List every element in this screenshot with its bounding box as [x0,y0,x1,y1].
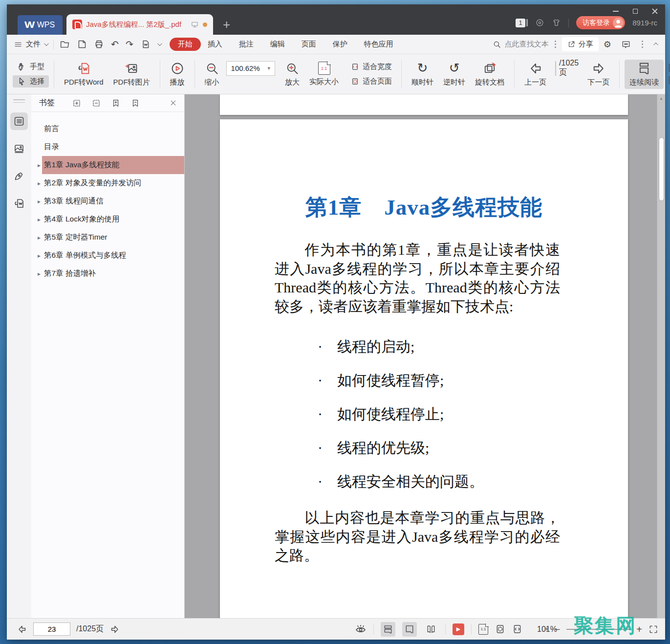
pdf-page[interactable]: 第1章 Java多线程技能 作为本书的第1章，重点是让读者快速进入Java多线程… [220,119,628,618]
pdf-to-image-button[interactable]: PDF转图片 [108,60,155,89]
expand-all-button[interactable] [72,99,81,108]
expand-arrow-icon[interactable]: ▸ [38,216,41,223]
zoom-slider[interactable] [566,629,630,630]
search-more-icon[interactable] [555,41,556,48]
scroll-up-arrow-icon[interactable]: ▲ [657,96,665,101]
bookmark-item-chapter6[interactable]: ▸第6章 单例模式与多线程 [31,246,184,265]
rotate-document-button[interactable]: 旋转文档 [470,60,509,89]
export-word-icon[interactable] [140,39,151,49]
close-window-button[interactable] [651,8,658,15]
bookmark-item-chapter3[interactable]: ▸第3章 线程间通信 [31,192,184,210]
bookmark-item-chapter4[interactable]: ▸第4章 Lock对象的使用 [31,210,184,228]
pdf-to-word-button[interactable]: PDF转Word [59,60,108,89]
settings-gear-icon[interactable]: ⚙ [604,40,611,49]
tab-special-apps[interactable]: 特色应用 [364,40,393,49]
actual-size-button[interactable]: 1:1 实际大小 [304,60,344,89]
next-page-arrow-icon[interactable] [109,624,120,635]
quick-actions-chevron-icon[interactable] [157,41,162,46]
maximize-button[interactable] [632,8,639,15]
wps-home-button[interactable]: W WPS [18,15,63,35]
open-file-icon[interactable] [60,39,70,49]
bookmark-item-toc[interactable]: 目录 [31,138,184,156]
redo-icon[interactable]: ↷ [126,40,133,49]
expand-arrow-icon[interactable]: ▸ [38,180,41,187]
minimize-button[interactable] [612,8,619,15]
vertical-scrollbar[interactable]: ▲ [657,94,665,618]
tab-comment[interactable]: 批注 [239,40,254,49]
save-icon[interactable] [77,39,87,49]
statusbar-actual-size-button[interactable]: 1:1 [478,624,488,635]
tab-insert[interactable]: 插入 [208,40,222,49]
guest-login-button[interactable]: 访客登录 [576,16,625,29]
bookmark-item-chapter5[interactable]: ▸第5章 定时器Timer [31,228,184,246]
rail-thumbnails-button[interactable] [10,140,28,157]
open-docs-badge[interactable]: 1 [516,19,528,27]
add-bookmark-button[interactable] [111,99,120,108]
view-two-page-button[interactable] [424,622,438,637]
continuous-reading-button[interactable]: 连续阅读 [625,60,664,89]
tab-edit[interactable]: 编辑 [270,40,285,49]
zoom-in-button[interactable]: 放大 [280,60,304,89]
tab-page[interactable]: 页面 [302,40,316,49]
next-page-button[interactable]: 下一页 [583,60,614,89]
zoom-menu-caret-icon[interactable]: ▾ [545,626,548,632]
menubar-more-icon[interactable] [642,41,643,48]
view-single-page-button[interactable] [402,622,417,637]
bookmark-item-chapter1[interactable]: ▸第1章 Java多线程技能 [31,156,184,174]
zoom-value-dropdown[interactable]: ▾ [226,61,276,76]
zoom-out-button[interactable]: 缩小 [200,60,224,89]
skin-center-icon[interactable] [535,18,544,27]
tab-start[interactable]: 开始 [170,38,201,51]
zoom-increase-button[interactable]: + [636,624,642,634]
feedback-comment-icon[interactable] [621,40,631,49]
view-continuous-button[interactable] [381,622,395,637]
undo-icon[interactable]: ↶ [111,40,119,49]
scrollbar-thumb[interactable] [659,137,664,201]
statusbar-fit-width-icon[interactable] [512,624,522,634]
bookmark-item-chapter2[interactable]: ▸第2章 对象及变量的并发访问 [31,174,184,192]
bookmark-item-preface[interactable]: 前言 [31,120,184,138]
fit-page-button[interactable]: 适合页面 [346,75,396,88]
collapse-toolbar-icon[interactable] [653,43,658,47]
slideshow-play-button[interactable]: ▶ [453,623,464,635]
play-slideshow-button[interactable]: 播放 [165,60,190,89]
theme-shirt-icon[interactable] [552,18,561,27]
expand-arrow-icon[interactable]: ▸ [38,270,41,277]
file-menu-button[interactable]: 文件 [14,40,47,49]
new-tab-button[interactable]: + [223,18,230,31]
statusbar-fit-page-icon[interactable] [495,624,505,634]
rotate-counterclockwise-button[interactable]: ↺ 逆时针 [438,60,470,89]
close-bookmark-panel-button[interactable] [170,100,176,106]
toolbar-overflow[interactable]: › [668,63,670,85]
rail-convert-button[interactable] [10,195,28,212]
statusbar-page-field[interactable] [34,623,70,635]
rotate-clockwise-button[interactable]: ↻ 顺时针 [407,60,438,89]
expand-arrow-icon[interactable]: ▸ [38,162,41,169]
share-button[interactable]: 分享 [562,37,599,51]
zoom-slider-handle[interactable] [597,626,604,632]
zoom-decrease-button[interactable]: − [555,624,561,634]
expand-arrow-icon[interactable]: ▸ [38,252,41,259]
previous-page-button[interactable]: 上一页 [519,60,551,89]
tab-protect[interactable]: 保护 [333,40,347,49]
eye-protection-icon[interactable] [355,623,367,635]
fit-width-button[interactable]: 适合宽度 [346,61,396,73]
zoom-value-input[interactable] [231,64,268,72]
document-view[interactable]: 第1章 Java多线程技能 作为本书的第1章，重点是让读者快速进入Java多线程… [185,94,665,618]
expand-arrow-icon[interactable]: ▸ [38,234,41,241]
panel-drag-handle[interactable] [13,99,25,103]
document-tab[interactable]: Java多线程编程... 第2版_.pdf [66,14,213,35]
remove-bookmark-button[interactable] [131,99,140,108]
find-text-button[interactable]: 点此查找文本 [493,40,549,49]
statusbar-page-input[interactable] [33,622,70,636]
fullscreen-icon[interactable] [648,624,658,634]
rail-bookmarks-button[interactable] [10,112,28,130]
presentation-monitor-icon[interactable] [191,21,199,29]
collapse-all-button[interactable] [92,99,101,108]
bookmark-item-chapter7[interactable]: ▸第7章 拾遗增补 [31,265,184,283]
rail-annotation-button[interactable] [10,167,28,185]
select-tool-button[interactable]: 选择 [13,75,49,88]
toolbar-page-input[interactable] [555,61,556,76]
print-icon[interactable] [94,39,104,49]
prev-page-arrow-icon[interactable] [17,624,27,635]
